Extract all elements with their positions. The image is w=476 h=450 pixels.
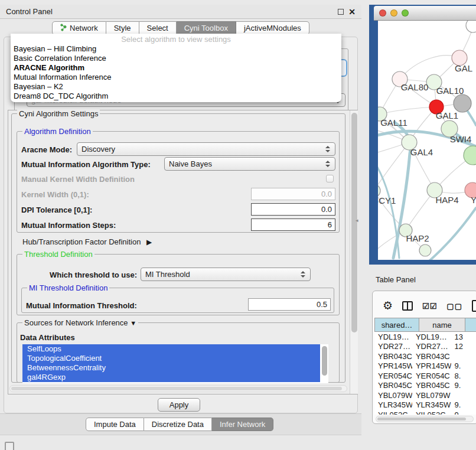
- table-cell: YBR045C: [374, 381, 412, 390]
- tab-style[interactable]: Style: [106, 21, 139, 35]
- table-cell: YBR043C: [374, 352, 412, 361]
- algorithm-dropdown-items: Bayesian – Hill ClimbingBasic Correlatio…: [11, 44, 341, 101]
- network-canvas[interactable]: GALGAL80GAL10GAL1GAL11SWI4GAL4GCY1HAP4YH…: [378, 21, 476, 260]
- tab-cyni-toolbox[interactable]: Cyni Toolbox: [177, 21, 236, 35]
- gear-icon[interactable]: ⚙: [383, 300, 393, 312]
- select-all-icon[interactable]: ☑☑: [422, 302, 437, 311]
- manual-kernel-checkbox[interactable]: [326, 175, 334, 182]
- kernel-width-value: 0.0: [321, 190, 332, 198]
- algorithm-option[interactable]: ARACNE Algorithm: [11, 63, 341, 73]
- table-row[interactable]: YDR27…YDR27…12: [374, 342, 476, 352]
- stepper-icon: [301, 271, 306, 278]
- tab-infer-network[interactable]: Infer Network: [212, 418, 273, 431]
- network-node-label: SWI4: [450, 134, 472, 144]
- table-hscrollbar-thumb[interactable]: [377, 418, 466, 420]
- algorithm-option[interactable]: Bayesian – Hill Climbing: [11, 44, 341, 54]
- control-panel-title: Control Panel: [6, 7, 53, 16]
- float-icon[interactable]: [338, 9, 344, 15]
- apply-button[interactable]: Apply: [158, 398, 200, 412]
- table-row[interactable]: YER054CYER054C8.: [374, 371, 476, 381]
- minimized-panel-icon[interactable]: [5, 442, 14, 450]
- settings-hscrollbar[interactable]: [9, 385, 347, 392]
- minimize-traffic-light[interactable]: [390, 9, 397, 17]
- network-node[interactable]: [466, 21, 476, 32]
- table-header-col2[interactable]: [465, 318, 476, 332]
- network-node[interactable]: [464, 146, 476, 165]
- settings-vscrollbar[interactable]: [350, 110, 358, 394]
- mi-steps-input[interactable]: 6: [251, 219, 335, 231]
- hub-section-toggle[interactable]: Hub/Transcription Factor Definition ▶: [22, 237, 152, 246]
- table-cell: YDL19…: [412, 332, 451, 341]
- mi-threshold-input[interactable]: 0.5: [248, 298, 331, 311]
- tab-select[interactable]: Select: [139, 21, 177, 35]
- aracne-mode-value: Discovery: [81, 145, 115, 154]
- table-cell: YLR345W: [374, 400, 412, 409]
- tab-discretize-data[interactable]: Discretize Data: [144, 418, 212, 431]
- table-cell: 9.: [451, 361, 476, 370]
- deselect-all-icon[interactable]: ▢▢: [446, 302, 462, 311]
- network-node-label: GCY1: [378, 195, 396, 206]
- close-traffic-light[interactable]: [379, 9, 386, 17]
- table-cell: YER054C: [412, 371, 451, 380]
- tab-impute-data[interactable]: Impute Data: [86, 418, 144, 431]
- mi-type-value: Naive Bayes: [169, 159, 212, 168]
- attribute-item[interactable]: SelfLoops: [22, 344, 320, 354]
- table-row[interactable]: YBL079WYBL079W: [374, 390, 476, 400]
- table-header-name[interactable]: name: [419, 318, 465, 332]
- dpi-tolerance-value: 0.0: [321, 205, 332, 214]
- network-node[interactable]: [419, 244, 431, 256]
- attribute-item[interactable]: TopologicalCoefficient: [22, 354, 320, 363]
- columns-icon[interactable]: [402, 301, 413, 311]
- table-cell: YDR27…: [374, 342, 412, 351]
- network-window-titlebar[interactable]: [374, 6, 476, 21]
- collapse-arrow-icon[interactable]: ▼: [130, 319, 136, 327]
- which-threshold-select[interactable]: MI Threshold: [141, 268, 311, 281]
- table-cell: YBL079W: [374, 391, 412, 400]
- table-cell: 9: [451, 410, 476, 415]
- data-attributes-list[interactable]: SelfLoopsTopologicalCoefficientBetweenne…: [22, 344, 328, 383]
- fn-icon[interactable]: [472, 300, 476, 312]
- tab-network[interactable]: Network: [52, 21, 106, 35]
- algorithm-option[interactable]: Basic Correlation Inference: [11, 54, 341, 63]
- attribute-item[interactable]: gal4RGexp: [22, 373, 320, 382]
- network-view-window: GALGAL80GAL10GAL1GAL11SWI4GAL4GCY1HAP4YH…: [369, 5, 476, 265]
- table-cell: YPR145W: [412, 361, 451, 370]
- network-node-label: GAL: [455, 63, 472, 73]
- network-node[interactable]: [454, 94, 471, 112]
- tab-jactivemnodules[interactable]: jActiveMNodules: [236, 21, 309, 35]
- network-edge[interactable]: [380, 107, 436, 114]
- algorithm-option[interactable]: Dream8 DC_TDC Algorithm: [11, 92, 341, 101]
- mi-type-select[interactable]: Naive Bayes: [164, 157, 335, 171]
- kernel-width-label: Kernel Width (0,1):: [21, 190, 89, 199]
- table-row[interactable]: YBR045CYBR045C9.: [374, 381, 476, 391]
- tab-label: Style: [114, 24, 131, 32]
- attribute-item[interactable]: BetweennessCentrality: [22, 363, 320, 373]
- sources-title: Sources for Network Inference ▼: [22, 318, 138, 327]
- network-edge[interactable]: [378, 142, 409, 191]
- manual-kernel-label: Manual Kernel Width Definition: [21, 175, 135, 184]
- hub-section-label: Hub/Transcription Factor Definition: [22, 237, 141, 246]
- table-row[interactable]: YIL052CYIL052C9: [374, 410, 476, 415]
- mi-threshold-group-title: MI Threshold Definition: [27, 283, 109, 292]
- network-canvas-container: GALGAL80GAL10GAL1GAL11SWI4GAL4GCY1HAP4YH…: [378, 21, 476, 260]
- stepper-icon: [325, 161, 331, 167]
- table-row[interactable]: YDL19…YDL19…13: [374, 332, 476, 342]
- settings-hscrollbar-thumb[interactable]: [11, 387, 342, 390]
- table-row[interactable]: YLR345WYLR345W9.: [374, 400, 476, 410]
- kernel-width-input[interactable]: 0.0: [251, 188, 335, 200]
- close-icon[interactable]: ✕: [348, 9, 356, 15]
- zoom-traffic-light[interactable]: [402, 9, 409, 17]
- algorithm-option[interactable]: Bayesian – K2: [11, 82, 341, 92]
- table-hscrollbar[interactable]: [376, 416, 474, 422]
- table-row[interactable]: YBR043CYBR043C: [374, 351, 476, 361]
- network-edge[interactable]: [426, 208, 476, 260]
- list-scrollbar-thumb[interactable]: [322, 346, 327, 376]
- tab-label: Infer Network: [220, 420, 265, 429]
- panel-splitter-handle[interactable]: ◂: [356, 217, 360, 223]
- table-header-shared[interactable]: shared…: [374, 318, 419, 332]
- algorithm-option[interactable]: Mutual Information Inference: [11, 73, 341, 82]
- aracne-mode-label: Aracne Mode:: [21, 145, 72, 154]
- aracne-mode-select[interactable]: Discovery: [77, 142, 335, 156]
- table-row[interactable]: YPR145WYPR145W9.: [374, 361, 476, 371]
- dpi-tolerance-input[interactable]: 0.0: [251, 203, 335, 216]
